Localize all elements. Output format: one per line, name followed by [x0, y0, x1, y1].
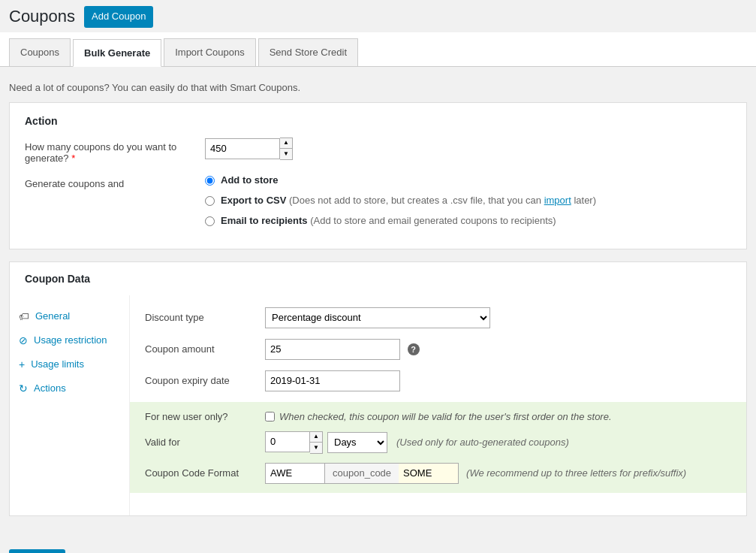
tab-send-store-credit[interactable]: Send Store Credit — [258, 38, 358, 66]
apply-button[interactable]: Apply — [9, 549, 65, 553]
add-to-store-option: Add to store — [205, 174, 731, 186]
quantity-input[interactable] — [205, 138, 280, 159]
sidebar-item-usage-limits[interactable]: + Usage limits — [10, 352, 129, 376]
actions-icon: ↻ — [19, 382, 28, 394]
footer-section: Apply — [0, 537, 756, 553]
add-coupon-button[interactable]: Add Coupon — [84, 6, 153, 28]
coupon-data-layout: 🏷 General ⊘ Usage restriction + Usage li… — [10, 295, 746, 515]
tab-coupons[interactable]: Coupons — [9, 38, 71, 66]
sidebar-item-usage-restriction[interactable]: ⊘ Usage restriction — [10, 328, 129, 352]
green-section: For new user only? When checked, this co… — [130, 402, 746, 493]
quantity-row: How many coupons do you want to generate… — [25, 137, 731, 164]
email-recipients-option: Email to recipients (Add to store and em… — [205, 215, 731, 226]
coupon-amount-input[interactable] — [265, 339, 400, 360]
auto-gen-note: (Used only for auto-generated coupons) — [396, 437, 569, 448]
email-recipients-radio[interactable] — [205, 216, 215, 226]
valid-for-label: Valid for — [145, 437, 265, 448]
coupon-amount-row: Coupon amount ? — [145, 339, 731, 360]
limits-icon: + — [19, 358, 25, 370]
new-user-note: When checked, this coupon will be valid … — [279, 411, 612, 422]
code-prefix-input[interactable] — [265, 463, 325, 484]
coupon-expiry-row: Coupon expiry date — [145, 370, 731, 391]
quantity-down-btn[interactable]: ▼ — [280, 149, 292, 159]
add-to-store-radio[interactable] — [205, 176, 215, 186]
coupon-code-format-row: Coupon Code Format coupon_code (We recom… — [145, 463, 731, 484]
export-csv-radio[interactable] — [205, 196, 215, 206]
quantity-up-btn[interactable]: ▲ — [280, 138, 292, 149]
new-user-row: For new user only? When checked, this co… — [145, 411, 731, 422]
discount-type-row: Discount type Percentage discount Fixed … — [145, 307, 731, 328]
tab-bulk-generate[interactable]: Bulk Generate — [73, 39, 161, 67]
valid-for-row: Valid for ▲ ▼ — [145, 431, 731, 454]
coupon-code-format-label: Coupon Code Format — [145, 467, 265, 479]
discount-type-select[interactable]: Percentage discount Fixed cart discount … — [265, 307, 490, 328]
valid-for-up-btn[interactable]: ▲ — [310, 432, 322, 443]
new-user-checkbox[interactable] — [265, 412, 275, 422]
tabs-bar: Coupons Bulk Generate Import Coupons Sen… — [0, 32, 756, 67]
action-card: Action How many coupons do you want to g… — [9, 102, 747, 249]
discount-type-label: Discount type — [145, 312, 265, 323]
valid-for-down-btn[interactable]: ▼ — [310, 443, 322, 453]
coupon-amount-label: Coupon amount — [145, 343, 265, 355]
generate-radio-group: Add to store Export to CSV (Does not add… — [205, 174, 731, 226]
info-text: Need a lot of coupons? You can easily do… — [9, 76, 747, 102]
help-icon[interactable]: ? — [408, 343, 420, 355]
export-csv-option: Export to CSV (Does not add to store, bu… — [205, 195, 731, 206]
sidebar-item-actions[interactable]: ↻ Actions — [10, 376, 129, 400]
tag-icon: 🏷 — [19, 310, 29, 322]
content-area: Need a lot of coupons? You can easily do… — [0, 67, 756, 537]
coupon-data-sidebar: 🏷 General ⊘ Usage restriction + Usage li… — [10, 295, 130, 515]
tab-import-coupons[interactable]: Import Coupons — [164, 38, 256, 66]
code-label-badge: coupon_code — [325, 463, 399, 484]
quantity-label: How many coupons do you want to generate… — [25, 137, 205, 164]
coupon-data-card: Coupon Data 🏷 General ⊘ Usage restrictio… — [9, 261, 747, 516]
generate-label: Generate coupons and — [25, 174, 205, 189]
valid-for-unit-select[interactable]: Days Weeks Months Years — [327, 432, 387, 453]
generate-options-row: Generate coupons and Add to store Export — [25, 174, 731, 226]
sidebar-item-general[interactable]: 🏷 General — [10, 304, 129, 328]
page-title: Coupons — [9, 7, 75, 26]
code-format-note: (We recommend up to three letters for pr… — [466, 467, 686, 479]
coupon-data-title: Coupon Data — [25, 273, 731, 285]
page-header: Coupons Add Coupon — [0, 0, 756, 32]
import-link[interactable]: import — [544, 195, 571, 206]
valid-for-input[interactable] — [265, 431, 310, 452]
coupon-expiry-label: Coupon expiry date — [145, 375, 265, 386]
restriction-icon: ⊘ — [19, 334, 28, 346]
action-section-title: Action — [25, 115, 731, 127]
code-suffix-input[interactable] — [399, 463, 459, 484]
coupon-data-content: Discount type Percentage discount Fixed … — [130, 295, 746, 515]
new-user-label: For new user only? — [145, 411, 265, 422]
coupon-expiry-input[interactable] — [265, 370, 400, 391]
